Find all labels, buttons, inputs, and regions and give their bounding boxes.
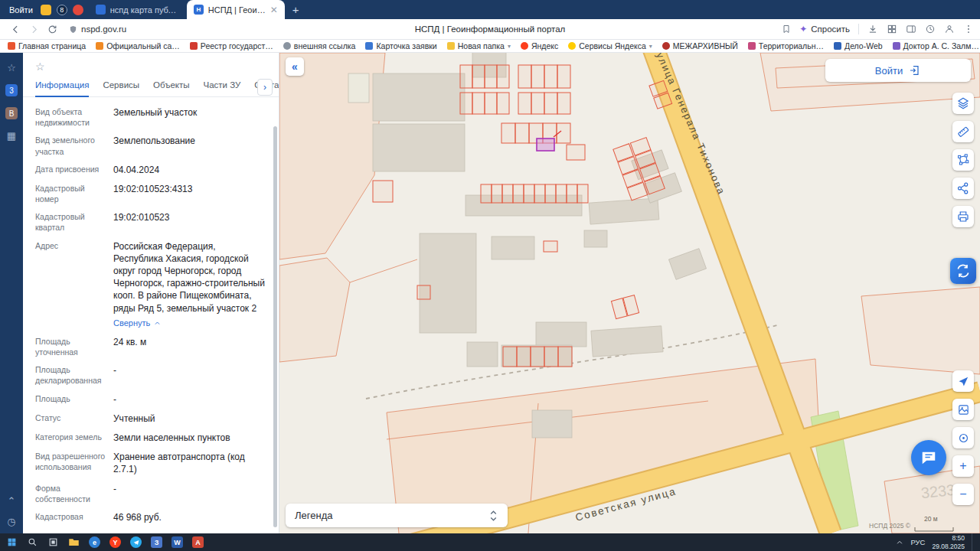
browser-window: Войти 8 нспд карта публичная ка… Н НСПД … [0, 0, 980, 551]
navigate-button[interactable] [952, 370, 974, 392]
site-security-icon [69, 25, 77, 34]
forward-button[interactable] [24, 21, 43, 37]
zoom-in-button[interactable]: + [952, 455, 974, 477]
extension-red-icon[interactable] [73, 5, 83, 15]
favorite-star-icon[interactable]: ☆ [35, 60, 45, 73]
bookmarks-star-icon[interactable]: ☆ [7, 62, 16, 73]
back-button[interactable] [6, 21, 24, 37]
sidebar-panels-icon[interactable] [906, 24, 916, 34]
bookmark-favicon [662, 42, 670, 50]
sparkle-icon: ✦ [799, 24, 807, 34]
address-bar[interactable]: nspd.gov.ru [69, 24, 126, 34]
telegram-button[interactable] [126, 533, 146, 551]
toolbar-right-icons: ✦ Спросить [776, 24, 974, 34]
bookmark-item[interactable]: внешняя ссылка [283, 41, 356, 51]
bookmark-item[interactable]: Реестр государст… [190, 41, 273, 51]
basemap-button[interactable] [952, 399, 974, 420]
edge-browser-button[interactable]: e [84, 533, 105, 551]
bookmark-item[interactable]: Территориальн… [748, 41, 824, 51]
bookmark-flag-icon[interactable] [782, 24, 791, 34]
tab-close-icon[interactable]: ✕ [270, 5, 278, 15]
chevron-up-icon [154, 320, 161, 327]
bookmark-folder[interactable]: Новая папка▾ [447, 41, 511, 51]
panel-tab-services[interactable]: Сервисы [103, 76, 139, 96]
zoom-out-button[interactable]: − [952, 484, 974, 505]
pdf-app-button[interactable]: A [188, 533, 208, 551]
chevron-down-icon: ▾ [508, 43, 511, 50]
bookmark-item[interactable]: Дело-Web [834, 41, 883, 51]
map-canvas[interactable]: улица Генерала Тихонова Советская улица … [279, 53, 980, 533]
locate-button[interactable] [952, 427, 974, 448]
field-row: Кадастровая стоимость46 968 руб. [35, 511, 265, 526]
collapse-panel-button[interactable]: « [286, 57, 304, 76]
yandex-browser-button[interactable]: Y [105, 533, 126, 551]
apps-grid-icon[interactable]: ▦ [7, 130, 16, 142]
tray-expand-chevron[interactable] [896, 536, 903, 549]
bookmark-item[interactable]: МЕЖАРХИВНЫЙ [662, 41, 738, 51]
download-icon[interactable] [867, 24, 878, 34]
new-tab-button[interactable]: + [292, 3, 299, 16]
field-value: 19:02:010523:4313 [113, 183, 265, 204]
mail-app-button[interactable]: З [146, 533, 167, 551]
sort-chevrons-icon [488, 509, 498, 523]
extension-counter-badge[interactable]: 8 [57, 5, 67, 15]
word-button[interactable]: W [167, 533, 188, 551]
language-indicator[interactable]: РУС [910, 538, 925, 546]
notifications-badge[interactable]: 3 [5, 84, 18, 96]
file-explorer-button[interactable] [64, 533, 84, 551]
panel-tab-information[interactable]: Информация [35, 76, 89, 97]
history-clock-icon[interactable]: ◷ [7, 516, 15, 527]
panel-tab-objects[interactable]: Объекты [153, 76, 189, 96]
field-row: Кадастровый квартал19:02:010523 [35, 211, 265, 233]
history-clock-icon[interactable] [925, 24, 936, 34]
collapse-chevron-icon[interactable]: ⌃ [8, 495, 16, 507]
panel-scrollbar[interactable] [273, 126, 277, 527]
tab-nspd-portal[interactable]: Н НСПД | Геоинформацион… ✕ [187, 0, 285, 19]
print-button[interactable] [952, 206, 974, 227]
bookmark-favicon [834, 42, 841, 50]
refresh-button[interactable] [43, 21, 61, 37]
tab-public-map[interactable]: нспд карта публичная ка… [89, 0, 187, 19]
chevron-down-icon: ▾ [649, 43, 652, 50]
bookmark-item[interactable]: Яндекс [521, 41, 558, 51]
show-desktop-button[interactable] [972, 533, 975, 551]
browser-profile-button[interactable]: Войти [0, 5, 41, 15]
taskbar-clock[interactable]: 8:50 29.08.2025 [932, 534, 965, 549]
field-value: - [113, 483, 265, 504]
layers-button[interactable] [952, 93, 974, 114]
bookmark-item[interactable]: Доктор А. С. Залм… [893, 41, 979, 51]
layers-icon [956, 96, 970, 110]
share-button[interactable] [952, 178, 974, 199]
field-row: Площадь уточненная24 кв. м [35, 336, 265, 357]
ruler-button[interactable] [952, 121, 974, 142]
measure-area-button[interactable] [952, 149, 974, 171]
field-row: Площадь- [35, 393, 265, 406]
profile-icon[interactable] [944, 24, 955, 34]
bookmark-folder[interactable]: Сервисы Яндекса▾ [568, 41, 652, 51]
field-value: Земли населенных пунктов [113, 432, 265, 444]
map-login-button[interactable]: Войти [825, 59, 971, 82]
bookmark-item[interactable]: Карточка заявки [365, 41, 436, 51]
legend-bar[interactable]: Легенда [286, 504, 508, 527]
bookmark-item[interactable]: Официальный са… [96, 41, 180, 51]
forward-icon [29, 24, 39, 34]
field-row: Дата присвоения04.04.2024 [35, 164, 265, 176]
taskbar-search-button[interactable] [22, 533, 43, 551]
ask-alice-button[interactable]: ✦ Спросить [799, 24, 850, 34]
pdf-icon: A [192, 536, 204, 548]
field-label: Статус [35, 412, 113, 425]
extensions-grid-icon[interactable] [887, 24, 897, 34]
task-view-button[interactable] [43, 533, 64, 551]
menu-dots-icon[interactable] [963, 24, 974, 34]
bookmark-item[interactable]: Главная страница [8, 41, 86, 51]
ruler-icon [956, 125, 970, 139]
extension-folder-icon[interactable] [41, 5, 51, 15]
panel-tabs-scroll-button[interactable]: › [257, 79, 273, 96]
profile-avatar[interactable]: В [5, 107, 18, 119]
chat-support-button[interactable] [911, 440, 946, 475]
panel-tab-parts[interactable]: Части ЗУ [204, 76, 241, 96]
panorama-button[interactable] [950, 258, 976, 284]
start-button[interactable] [2, 533, 22, 551]
legend-expand-icon[interactable] [488, 509, 498, 523]
collapse-address-link[interactable]: Свернуть [113, 318, 161, 329]
